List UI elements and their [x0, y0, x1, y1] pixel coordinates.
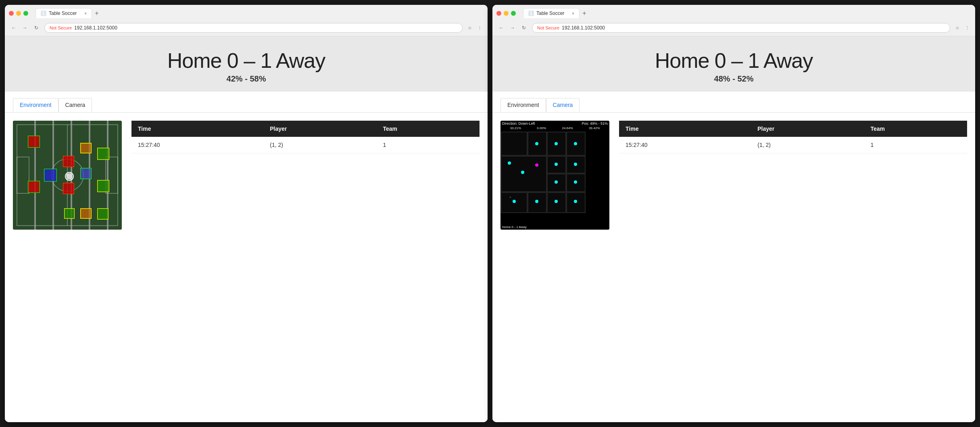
browser-tab-2[interactable]: 📄 Table Soccer × [523, 8, 580, 18]
table-row: 15:27:40 (1, 2) 1 [619, 137, 967, 153]
cell-time-2: 15:27:40 [619, 137, 751, 153]
title-bar-2: 📄 Table Soccer × + [496, 8, 971, 18]
address-bar-2[interactable]: Not Secure 192.168.1.102:5000 [532, 23, 950, 33]
table-header-2: Time Player Team [619, 121, 967, 137]
new-tab-button-2[interactable]: + [580, 8, 589, 18]
events-table-1: Time Player Team 15:27:40 (1, 2) 1 [131, 121, 480, 153]
svg-rect-25 [98, 148, 109, 159]
page-content-2: Home 0 – 1 Away 48% - 52% Environment Ca… [492, 36, 975, 422]
score-main-1: Home 0 – 1 Away [13, 48, 480, 73]
title-bar-1: 📄 Table Soccer × + [9, 8, 484, 18]
not-secure-label-1: Not Secure [50, 25, 72, 30]
cell-time: 15:27:40 [131, 137, 263, 153]
svg-rect-23 [81, 168, 91, 179]
svg-point-53 [555, 163, 558, 166]
new-tab-button-1[interactable]: + [92, 8, 102, 18]
browser-actions-2: ☆ ⋮ [953, 24, 971, 32]
score-header-2: Home 0 – 1 Away 48% - 52% [492, 36, 975, 92]
back-button-1[interactable]: ← [9, 23, 19, 33]
score-header-1: Home 0 – 1 Away 42% - 58% [5, 36, 488, 92]
col-team-2: Team [864, 121, 967, 137]
star-icon-2[interactable]: ☆ [953, 24, 961, 32]
tab-bar-1: 📄 Table Soccer × + [35, 8, 484, 18]
minimize-button-2[interactable] [504, 11, 509, 16]
tab-close-1[interactable]: × [84, 11, 87, 16]
svg-point-61 [513, 200, 516, 203]
close-button-1[interactable] [9, 11, 14, 16]
svg-point-50 [521, 171, 524, 174]
reload-button-1[interactable]: ↻ [31, 23, 41, 33]
tab-environment-2[interactable]: Environment [500, 98, 546, 112]
cell-team: 1 [376, 137, 480, 153]
browser-window-2: 📄 Table Soccer × + ← → ↻ Not Secure 192.… [492, 5, 975, 422]
svg-rect-27 [98, 180, 109, 192]
main-content-1: Time Player Team 15:27:40 (1, 2) 1 [5, 113, 488, 238]
page-content-1: Home 0 – 1 Away 42% - 58% Environment Ca… [5, 36, 488, 422]
events-table-2: Time Player Team 15:27:40 (1, 2) 1 [619, 121, 967, 153]
svg-point-42 [535, 142, 538, 145]
col-time-1: Time [131, 121, 263, 137]
close-button-2[interactable] [496, 11, 501, 16]
url-text-2: 192.168.1.102:5000 [562, 25, 605, 31]
svg-point-29 [66, 173, 73, 180]
game-image-1 [13, 121, 122, 230]
maximize-button-1[interactable] [23, 11, 28, 16]
svg-text:×: × [509, 195, 511, 199]
svg-point-44 [574, 142, 577, 145]
reload-button-2[interactable]: ↻ [519, 23, 529, 33]
stat-3: 39.42% [589, 126, 600, 130]
menu-icon-1[interactable]: ⋮ [475, 24, 484, 32]
svg-rect-31 [81, 143, 91, 153]
not-secure-label-2: Not Secure [537, 25, 559, 30]
address-bar-1[interactable]: Not Secure 192.168.1.102:5000 [44, 23, 463, 33]
forward-button-2[interactable]: → [508, 23, 517, 33]
svg-point-63 [555, 200, 558, 203]
svg-rect-13 [28, 136, 40, 147]
svg-rect-17 [44, 169, 56, 181]
traffic-lights-2 [496, 11, 516, 16]
window-chrome-2: 📄 Table Soccer × + ← → ↻ Not Secure 192.… [492, 5, 975, 36]
forward-button-1[interactable]: → [20, 23, 30, 33]
svg-rect-38 [501, 132, 527, 155]
table-row: 15:27:40 (1, 2) 1 [131, 137, 480, 153]
stat-1: 0.00% [537, 126, 546, 130]
score-percent-2: 48% - 52% [500, 74, 967, 84]
maximize-button-2[interactable] [511, 11, 516, 16]
view-tabs-1: Environment Camera [5, 92, 488, 113]
data-table-1: Time Player Team 15:27:40 (1, 2) 1 [131, 121, 480, 230]
camera-score-label: Home 0 - 1 Away [502, 225, 527, 229]
tab-camera-1[interactable]: Camera [58, 98, 92, 112]
tab-bar-2: 📄 Table Soccer × + [523, 8, 971, 18]
svg-point-52 [535, 163, 538, 167]
data-table-2: Time Player Team 15:27:40 (1, 2) 1 [619, 121, 967, 230]
traffic-lights-1 [9, 11, 28, 16]
address-bar-row-1: ← → ↻ Not Secure 192.168.1.102:5000 ☆ ⋮ [9, 21, 484, 36]
nav-buttons-2: ← → ↻ [496, 23, 529, 33]
main-content-2: Direction: Down-Left Pos: 49% - 51% 33.2… [492, 113, 975, 238]
camera-stats-2: 33.21% 0.00% 24.64% 39.42% [500, 126, 609, 130]
star-icon-1[interactable]: ☆ [466, 24, 474, 32]
minimize-button-1[interactable] [16, 11, 21, 16]
tab-favicon-1: 📄 [41, 10, 46, 16]
score-main-2: Home 0 – 1 Away [500, 48, 967, 73]
tab-close-2[interactable]: × [572, 11, 574, 16]
svg-rect-37 [81, 209, 91, 218]
tab-camera-2[interactable]: Camera [546, 98, 580, 112]
back-button-2[interactable]: ← [496, 23, 506, 33]
score-percent-1: 42% - 58% [13, 74, 480, 84]
svg-rect-33 [65, 209, 74, 218]
direction-label: Direction: Down-Left [502, 121, 535, 126]
nav-buttons-1: ← → ↻ [9, 23, 41, 33]
table-header-1: Time Player Team [131, 121, 480, 137]
tab-title-1: Table Soccer [49, 10, 77, 16]
svg-rect-45 [501, 156, 546, 192]
browser-tab-1[interactable]: 📄 Table Soccer × [35, 8, 92, 18]
pos-label: Pos: 49% - 51% [582, 121, 608, 126]
table-body-2: 15:27:40 (1, 2) 1 [619, 137, 967, 153]
stat-0: 33.21% [510, 126, 521, 130]
svg-rect-19 [63, 156, 74, 167]
tab-environment-1[interactable]: Environment [13, 98, 58, 112]
col-team-1: Team [376, 121, 480, 137]
menu-icon-2[interactable]: ⋮ [963, 24, 971, 32]
table-body-1: 15:27:40 (1, 2) 1 [131, 137, 480, 153]
